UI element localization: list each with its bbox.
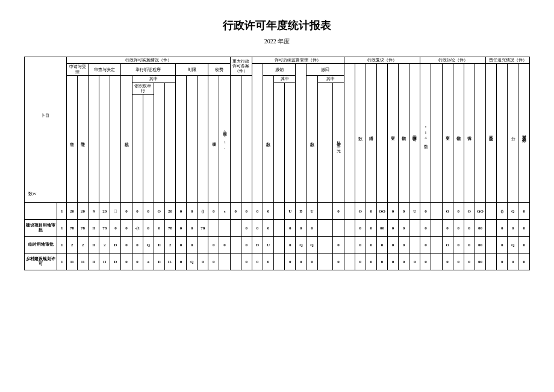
hdr-ofwhich1: 其中 — [132, 76, 175, 82]
document-page: 行政许可年度统计报表 2022 年度 卜目 数W 行政许可实施情况（件） 重大行… — [0, 0, 554, 288]
col-revoke2: 撤销 — [401, 132, 406, 134]
col-comp: 补偿金C（元） — [336, 138, 341, 147]
stats-table: 卜目 数W 行政许可实施情况（件） 重大行政许可备案（件） 许可后续监督管理（件… — [24, 57, 530, 270]
hdr-group3: 许可后续监督管理（件） — [252, 57, 344, 64]
hdr-ofwhich2: 其中 — [274, 76, 296, 82]
hdr-review: 审查与决定 — [89, 64, 121, 76]
col-revoke3: 撤销 — [456, 132, 461, 134]
col-change2: 变更 — [445, 132, 450, 134]
hdr-revoke: 撤销 — [263, 64, 295, 76]
col-withdraw-app: 撤回申请 — [412, 132, 417, 134]
col-order: 责令改正 — [488, 132, 493, 134]
hdr-ofwhich3: 其中 — [317, 76, 344, 82]
col-maintain: 维持 — [369, 132, 373, 134]
hdr-group2: 重大行政许可备案（件） — [230, 57, 252, 76]
hdr-apply: 申请与受理 — [66, 64, 88, 76]
col-total3: 总数 — [310, 138, 314, 140]
hdr-hearing: 举行听证程序 — [121, 64, 176, 76]
col-matter: 事项 — [211, 138, 216, 140]
table-row: 1 2020920□000O2000()0s0000UDU0O0OO00U0O0… — [25, 203, 530, 220]
col-amount: 金额^^1. — [222, 128, 227, 151]
col-total2: 总数 — [266, 138, 270, 140]
row-label: 建设项目用地审批 — [25, 220, 57, 237]
row-label: 临时用地审批 — [25, 237, 57, 254]
table-row: 建设项目用地审批 1 7878Il7800-(10078007800000000… — [25, 220, 530, 237]
table-row: 临时用地审批 1 22Il2D00QIl200000DU0QQ0000000O0… — [25, 237, 530, 254]
row-label: 乡村建设规划许可 — [25, 254, 57, 270]
col-disp: 分 — [511, 133, 515, 134]
hdr-group5: 行政诉讼（件） — [420, 57, 486, 64]
col-change: 变更 — [390, 132, 395, 134]
table-row: 乡村建设规划许可 1 1111IlIID00aIlIL0Q00000000000… — [25, 254, 530, 270]
hdr-time: 时限 — [175, 64, 208, 76]
table-header: 卜目 数W 行政许可实施情况（件） 重大行政许可备案（件） 许可后续监督管理（件… — [25, 57, 530, 203]
col-total1: 总数 — [124, 138, 129, 140]
col-snum: •i4数 — [423, 125, 428, 142]
table-body: 1 2020920□000O2000()0s0000UDU0O0OO00U0O0… — [25, 203, 530, 270]
col-person: 对责任人员处分 — [521, 131, 526, 135]
col-num1: 数 — [358, 133, 363, 134]
hdr-fee: 收费 — [208, 64, 230, 76]
hdr-group1: 行政许可实施情况（件） — [66, 57, 230, 64]
row-label — [25, 203, 57, 220]
page-title: 行政许可年度统计报表 — [24, 18, 530, 33]
page-subtitle: 2022 年度 — [24, 37, 530, 46]
col-accept: 受理 — [80, 138, 85, 140]
header-item: 卜目 — [41, 113, 49, 117]
col-appeal: 撤诉 — [467, 132, 472, 134]
hdr-exofficio: 依职权举行 — [132, 82, 154, 95]
header-countw: 数W — [28, 191, 37, 196]
hdr-group6: 责任追究情况（件） — [486, 57, 530, 64]
col-apply: 申请 — [69, 138, 74, 140]
hdr-withdraw: 撤回 — [307, 64, 344, 76]
hdr-group4: 行政复议（件） — [344, 57, 420, 64]
